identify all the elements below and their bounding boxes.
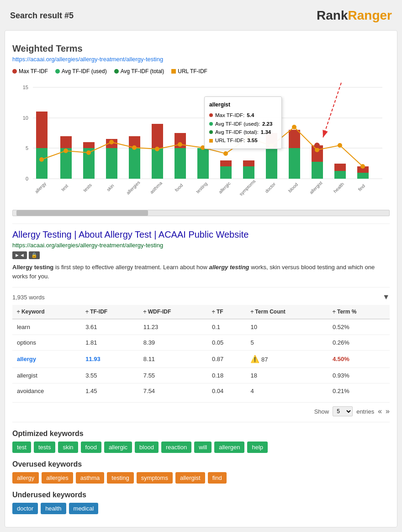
optimized-keyword-tag[interactable]: blood <box>135 442 159 453</box>
cell-wdfidf: 8.11 <box>139 351 207 368</box>
optimized-keyword-tag[interactable]: will <box>194 442 212 453</box>
pagination-next[interactable]: » <box>386 407 390 415</box>
overused-keyword-tag[interactable]: allergist <box>175 472 205 484</box>
tooltip-row-max: Max TF-IDF: 5.4 <box>209 111 277 119</box>
col-header-tfidf[interactable]: ÷ TF-IDF <box>81 305 139 319</box>
cell-tfidf: 3.61 <box>81 319 139 335</box>
cell-keyword: avoidance <box>12 383 81 399</box>
optimized-keyword-tag[interactable]: reaction <box>161 442 191 453</box>
optimized-keyword-tag[interactable]: skin <box>58 442 78 453</box>
cell-tf: 0.1 <box>207 319 246 335</box>
chart-title: Weighted Terms <box>12 43 390 54</box>
table-row: options 1.81 8.39 0.05 5 0.26% <box>12 335 390 351</box>
cell-keyword: allergy <box>12 351 81 368</box>
optimized-keyword-tag[interactable]: help <box>247 442 268 453</box>
chart-section: Weighted Terms https://acaai.org/allergi… <box>12 43 390 218</box>
dashed-arrow <box>323 83 341 138</box>
bar-allergy-avg[interactable] <box>36 148 48 179</box>
stats-row: 1,935 words ▼ <box>12 293 390 301</box>
bar-blood-avg[interactable] <box>289 148 300 179</box>
chart-legend: Max TF-IDF Avg TF-IDF (used) Avg TF-IDF … <box>12 68 390 74</box>
cell-wdfidf: 8.39 <box>139 335 207 351</box>
bar-testing-avg[interactable] <box>197 148 209 179</box>
overused-keyword-tag[interactable]: find <box>208 472 227 484</box>
word-count: 1,935 words <box>12 294 45 301</box>
bar-doctor-avg[interactable] <box>266 148 277 179</box>
optimized-keyword-tag[interactable]: allergic <box>104 442 132 453</box>
svg-text:allergist: allergist <box>308 180 323 195</box>
cell-term-pct: 4.50% <box>328 351 390 368</box>
pagination-prev[interactable]: « <box>378 407 382 415</box>
underused-keyword-tag[interactable]: doctor <box>12 503 38 514</box>
chart-url[interactable]: https://acaai.org/allergies/allergy-trea… <box>12 56 390 63</box>
url-dot-skin <box>109 140 114 144</box>
optimized-keyword-tag[interactable]: allergen <box>214 442 244 453</box>
tooltip-label-url: URL TF-IDF: <box>215 136 245 144</box>
legend-item-url: URL TF-IDF <box>171 68 207 74</box>
url-dot-allergic <box>223 151 228 156</box>
optimized-keyword-tag[interactable]: test <box>12 442 31 453</box>
svg-text:asthma: asthma <box>149 181 163 195</box>
bar-health-avg[interactable] <box>334 171 346 179</box>
result-snippet: Allergy testing is first step to effecti… <box>12 263 390 281</box>
col-header-term-count[interactable]: ÷ Term Count <box>246 305 328 319</box>
url-dot-asthma <box>155 147 159 151</box>
optimized-keyword-tag[interactable]: food <box>81 442 101 453</box>
url-dot-tests <box>86 150 91 155</box>
overused-keyword-tag[interactable]: allergy <box>12 472 39 484</box>
cell-keyword: allergist <box>12 368 81 383</box>
overused-keywords-section: Overused keywords allergyallergiesasthma… <box>12 460 390 484</box>
optimized-keyword-tag[interactable]: tests <box>34 442 55 453</box>
cell-term-count: 5 <box>246 335 328 351</box>
bar-food-avg[interactable] <box>175 148 186 179</box>
cell-tfidf: 11.93 <box>81 351 139 368</box>
overused-keyword-tag[interactable]: testing <box>107 472 133 484</box>
keyword-value: learn <box>17 324 30 330</box>
result-title[interactable]: Allergy Testing | About Allergy Test | A… <box>12 229 390 240</box>
keyword-value: options <box>17 339 36 346</box>
chart-scrollbar[interactable] <box>12 210 390 216</box>
bar-symptoms-avg[interactable] <box>243 166 254 179</box>
legend-item-avg-used: Avg TF-IDF (used) <box>55 68 107 74</box>
divider-1 <box>12 223 390 224</box>
tooltip-value-avg-used: 2.23 <box>262 120 272 128</box>
bar-allergies-avg[interactable] <box>129 148 140 179</box>
chart-scrollbar-thumb[interactable] <box>16 210 148 216</box>
table-row: avoidance 1.45 7.54 0.04 4 0.21% <box>12 383 390 399</box>
optimized-keywords-section: Optimized keywords testtestsskinfoodalle… <box>12 430 390 453</box>
tfidf-value: 3.55 <box>85 372 97 379</box>
col-header-keyword[interactable]: ÷ Keyword <box>12 305 81 319</box>
cell-wdfidf: 7.54 <box>139 383 207 399</box>
cell-tfidf: 1.81 <box>81 335 139 351</box>
overused-keyword-tag[interactable]: symptoms <box>137 472 173 484</box>
col-header-term-pct[interactable]: ÷ Term % <box>328 305 390 319</box>
legend-label-avg-used: Avg TF-IDF (used) <box>62 68 107 74</box>
overused-keyword-tag[interactable]: allergies <box>42 472 73 484</box>
tooltip-row-avg-used: Avg TF-IDF (used): 2.23 <box>209 120 277 128</box>
overused-keywords-title: Overused keywords <box>12 460 390 468</box>
filter-icon[interactable]: ▼ <box>382 293 390 301</box>
col-header-tf[interactable]: ÷ TF <box>207 305 246 319</box>
bar-allergist-avg[interactable] <box>312 162 323 179</box>
bar-allergic-avg[interactable] <box>220 166 232 179</box>
search-result-label: Search result #5 <box>10 11 74 21</box>
overused-keyword-tag[interactable]: asthma <box>76 472 105 484</box>
bar-asthma-avg[interactable] <box>152 148 163 179</box>
chart-svg: 15 10 5 0 <box>12 78 387 206</box>
tooltip-dot-avg-used <box>209 122 213 126</box>
underused-keyword-tag[interactable]: health <box>41 503 66 514</box>
svg-text:allergies: allergies <box>125 180 141 195</box>
per-page-select[interactable]: 5 10 25 <box>333 406 353 416</box>
legend-dot-url <box>171 69 176 74</box>
tooltip-title: allergist <box>209 101 277 109</box>
svg-text:10: 10 <box>23 115 28 121</box>
cell-tfidf: 3.55 <box>81 368 139 383</box>
bar-find-avg[interactable] <box>357 173 369 179</box>
svg-text:allergy: allergy <box>34 181 47 194</box>
tooltip-dot-avg-total <box>209 130 213 134</box>
url-dot-food <box>178 142 182 147</box>
svg-text:test: test <box>60 183 69 192</box>
col-header-wdfidf[interactable]: ÷ WDF-IDF <box>139 305 207 319</box>
underused-keyword-tag[interactable]: medical <box>69 503 99 514</box>
bar-skin-avg[interactable] <box>106 148 117 179</box>
